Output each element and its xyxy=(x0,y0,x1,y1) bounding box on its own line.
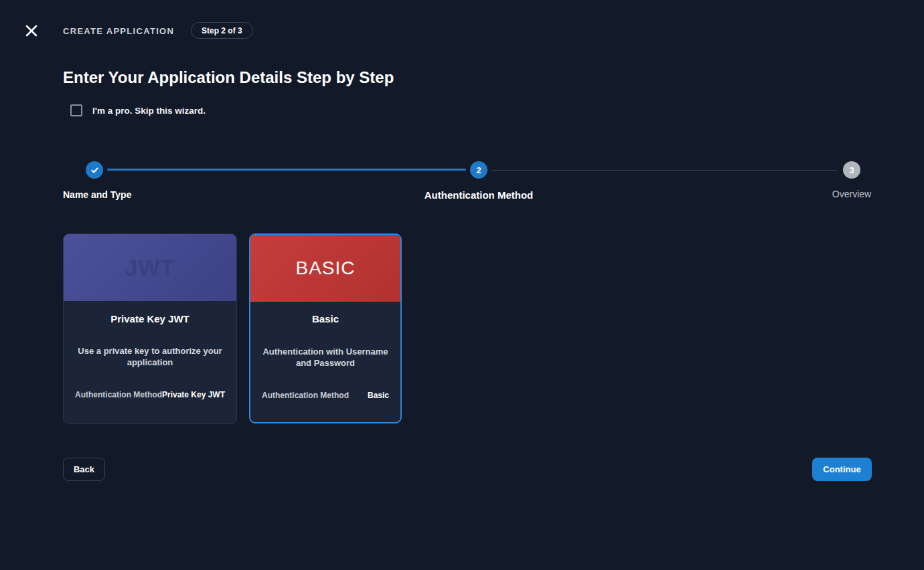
step-3-number: 3 xyxy=(849,165,854,175)
stepper-connector-completed xyxy=(107,169,466,171)
step-3-indicator: 3 xyxy=(843,161,860,179)
skip-wizard-checkbox[interactable] xyxy=(70,104,82,116)
meta-value: Basic xyxy=(368,391,389,400)
basic-card-banner: BASIC xyxy=(250,235,400,302)
step-2-label: Authentication Method xyxy=(425,189,533,201)
jwt-card-banner: JWT xyxy=(64,234,236,301)
step-1-label: Name and Type xyxy=(63,189,131,200)
close-icon xyxy=(25,24,38,37)
auth-method-card-basic[interactable]: BASIC Basic Authentication with Username… xyxy=(249,233,402,423)
auth-method-cards: JWT Private Key JWT Use a private key to… xyxy=(63,233,402,424)
back-button[interactable]: Back xyxy=(63,458,105,481)
modal-title: CREATE APPLICATION xyxy=(63,26,174,36)
page-heading: Enter Your Application Details Step by S… xyxy=(63,68,394,87)
create-application-wizard: CREATE APPLICATION Step 2 of 3 Enter You… xyxy=(0,0,924,570)
meta-value: Private Key JWT xyxy=(162,390,225,399)
check-icon xyxy=(90,166,99,175)
meta-label: Authentication Method xyxy=(75,390,162,399)
wizard-stepper: 2 3 Name and Type Authentication Method … xyxy=(63,161,872,204)
stepper-connector-upcoming xyxy=(491,170,838,171)
step-2-indicator: 2 xyxy=(470,161,487,179)
continue-button[interactable]: Continue xyxy=(812,458,872,481)
close-button[interactable] xyxy=(23,22,40,39)
banner-text: BASIC xyxy=(295,258,355,279)
step-2-number: 2 xyxy=(476,165,481,175)
meta-label: Authentication Method xyxy=(262,391,349,400)
skip-wizard-label[interactable]: I'm a pro. Skip this wizard. xyxy=(92,106,206,116)
card-title: Basic xyxy=(250,313,400,324)
step-progress-badge: Step 2 of 3 xyxy=(191,22,253,39)
auth-method-card-private-key-jwt[interactable]: JWT Private Key JWT Use a private key to… xyxy=(63,233,237,424)
card-description: Use a private key to authorize your appl… xyxy=(76,345,224,369)
banner-text: JWT xyxy=(125,255,175,281)
card-meta-row: Authentication Method Basic xyxy=(262,391,389,400)
step-3-label: Overview xyxy=(832,189,871,199)
skip-wizard-row: I'm a pro. Skip this wizard. xyxy=(70,104,206,116)
card-title: Private Key JWT xyxy=(64,313,236,324)
step-1-indicator xyxy=(86,161,103,179)
card-description: Authentication with Username and Passwor… xyxy=(262,346,388,369)
card-meta-row: Authentication Method Private Key JWT xyxy=(75,390,225,399)
